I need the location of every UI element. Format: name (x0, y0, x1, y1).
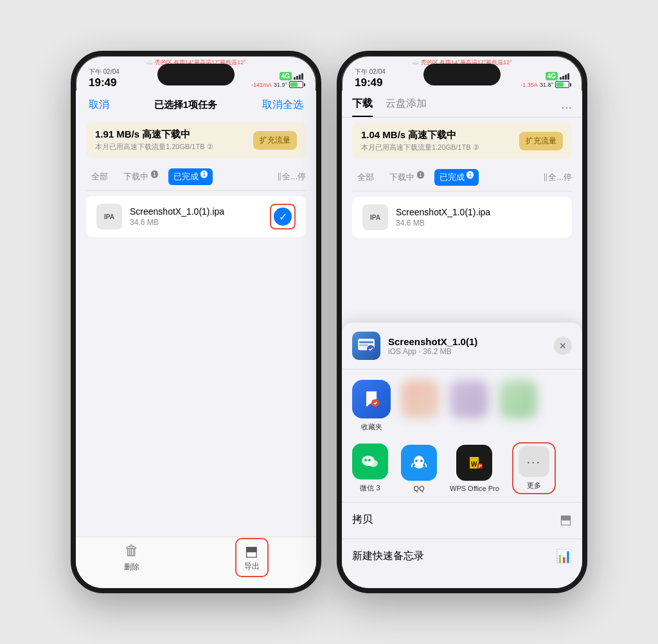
bottom-toolbar-1: 🗑 删除 ⬒ 导出 (76, 537, 316, 588)
apps-row-2: 微信 3 (342, 437, 582, 499)
app-qq-2[interactable]: QQ (401, 445, 437, 492)
toolbar-title-1: 已选择1项任务 (154, 99, 217, 111)
temp-1: 31.9° (274, 82, 287, 88)
content-2: 下载 云盘添加 ··· 1.04 MB/s 高速下载中 本月已用高速下载流量1.… (342, 91, 582, 588)
wps-icon-2: W P (456, 445, 492, 481)
svg-point-8 (369, 460, 378, 467)
charging-2: -1.35A (520, 82, 538, 88)
file-info-2: ScreenshotX_1.0(1).ipa 34.6 MB (396, 207, 562, 228)
action-memo-label-2: 新建快速备忘录 (352, 550, 424, 563)
speed-banner-1: 1.91 MB/s 高速下载中 本月已用高速下载流量1.20GB/1TB ② 扩… (86, 122, 306, 158)
delete-icon-1: 🗑 (125, 542, 139, 559)
more-label-2: 更多 (527, 481, 541, 490)
copy-icon-2: ⬒ (560, 512, 572, 527)
phone-2: 下午 02/04 19:49 ☁️ 秃的区 有雨14°最高温17°最低温12° … (337, 51, 587, 593)
share-icons-row-2: 收藏夹 (342, 370, 582, 437)
signal-badge-1: 4G (280, 72, 292, 80)
share-icon-blurred3-2[interactable] (499, 380, 537, 432)
checkbox-1[interactable]: ✓ (270, 204, 296, 229)
share-sheet-2: ScreenshotX_1.0(1) iOS App · 36.2 MB ✕ (342, 323, 582, 588)
qq-icon-2 (401, 445, 437, 481)
tab-download-2[interactable]: 下载 (352, 97, 373, 117)
tab-downloading-2[interactable]: 下载中 1 (384, 169, 429, 186)
share-icon-blurred2-2[interactable] (450, 380, 488, 432)
tab-cloud-2[interactable]: 云盘添加 (386, 97, 427, 117)
svg-rect-2 (359, 344, 368, 346)
charging-1: -141mA (251, 82, 272, 88)
qq-label-2: QQ (413, 485, 424, 492)
share-close-btn-2[interactable]: ✕ (554, 337, 572, 355)
content-1: 取消 已选择1项任务 取消全选 1.91 MB/s 高速下载中 本月已用高速下载… (76, 91, 316, 588)
delete-btn-1[interactable]: 🗑 删除 (124, 542, 139, 573)
expand-btn-1[interactable]: 扩充流量 (253, 131, 297, 150)
share-icon-blurred1-2[interactable] (401, 380, 440, 432)
file-size-2: 34.6 MB (396, 219, 562, 228)
app-wechat-2[interactable]: 微信 3 (352, 443, 388, 493)
file-item-1[interactable]: IPA ScreenshotX_1.0(1).ipa 34.6 MB ✓ (86, 196, 306, 237)
export-icon-1: ⬒ (245, 543, 258, 560)
signal-badge-2: 4G (546, 72, 558, 80)
wechat-icon-2 (352, 443, 388, 479)
status-date-1: 下午 02/04 (89, 67, 120, 76)
share-icon-bookmarks-2[interactable]: 收藏夹 (352, 380, 391, 432)
svg-rect-1 (359, 341, 373, 343)
share-app-name-2: ScreenshotX_1.0(1) (388, 336, 546, 347)
tab-all-2[interactable]: 全部 (352, 169, 379, 186)
file-item-2[interactable]: IPA ScreenshotX_1.0(1).ipa 34.6 MB (352, 197, 572, 238)
status-time-2: 19:49 (355, 77, 382, 88)
svg-point-10 (415, 460, 418, 462)
temp-2: 31.8° (540, 82, 553, 88)
filter-right-1[interactable]: ‖全...停 (277, 171, 306, 183)
file-icon-2: IPA (362, 204, 388, 230)
dynamic-island-1 (157, 64, 235, 85)
svg-point-6 (364, 459, 367, 461)
status-left-2: 下午 02/04 19:49 (355, 67, 386, 88)
wechat-label-2: 微信 3 (360, 483, 380, 493)
blurred-icon-2-2 (450, 380, 488, 418)
svg-text:P: P (479, 463, 483, 469)
expand-btn-2[interactable]: 扩充流量 (519, 132, 563, 150)
share-app-icon-2 (352, 332, 380, 360)
divider-1 (86, 190, 306, 191)
tab-all-1[interactable]: 全部 (86, 168, 113, 185)
blurred-icon-3-2 (499, 380, 537, 418)
file-name-2: ScreenshotX_1.0(1).ipa (396, 207, 562, 217)
tab-completed-1[interactable]: 已完成 1 (168, 168, 213, 185)
svg-point-11 (420, 460, 423, 462)
status-time-1: 19:49 (89, 77, 116, 88)
app-wps-2[interactable]: W P WPS Office Pro (450, 445, 499, 492)
file-icon-1: IPA (96, 204, 122, 229)
speed-sub-1: 本月已用高速下载流量1.20GB/1TB ② (95, 142, 213, 152)
file-info-1: ScreenshotX_1.0(1).ipa 34.6 MB (130, 206, 262, 227)
share-header-2: ScreenshotX_1.0(1) iOS App · 36.2 MB ✕ (342, 323, 582, 370)
wps-label-2: WPS Office Pro (450, 485, 499, 492)
share-app-sub-2: iOS App · 36.2 MB (388, 347, 546, 356)
speed-text-1: 1.91 MB/s 高速下载中 (95, 129, 213, 141)
action-copy-2[interactable]: 拷贝 ⬒ (342, 502, 582, 536)
cancel-all-btn-1[interactable]: 取消全选 (262, 98, 303, 112)
filter-right-2[interactable]: ‖全...停 (543, 172, 572, 183)
tab-completed-2[interactable]: 已完成 1 (434, 169, 479, 186)
checkmark-1: ✓ (274, 208, 292, 226)
dynamic-island-2 (423, 64, 501, 85)
action-memo-2[interactable]: 新建快速备忘录 📊 (342, 539, 582, 573)
cancel-btn-1[interactable]: 取消 (89, 98, 109, 112)
file-size-1: 34.6 MB (130, 218, 262, 227)
action-copy-label-2: 拷贝 (352, 513, 373, 526)
status-right-1: 4G -141mA 31.9° (251, 72, 303, 88)
memo-icon-2: 📊 (556, 548, 572, 564)
bookmarks-label-2: 收藏夹 (361, 422, 382, 432)
phones-container: 下午 02/04 19:49 ☁️ 秃的区 有雨14°最高温17°最低温12° … (71, 51, 587, 593)
share-app-info-2: ScreenshotX_1.0(1) iOS App · 36.2 MB (388, 336, 546, 356)
speed-sub-2: 本月已用高速下载流量1.20GB/1TB ② (361, 143, 479, 152)
filter-tabs-2: 全部 下载中 1 已完成 1 ‖全...停 (342, 164, 582, 191)
export-btn-1[interactable]: ⬒ 导出 (235, 538, 269, 577)
nav-more-2[interactable]: ··· (561, 100, 572, 114)
app-more-2[interactable]: ··· 更多 (512, 442, 556, 494)
blurred-icon-1-2 (401, 380, 440, 418)
more-dots-icon-2: ··· (519, 446, 549, 477)
phone-1: 下午 02/04 19:49 ☁️ 秃的区 有雨14°最高温17°最低温12° … (71, 51, 321, 593)
tab-downloading-1[interactable]: 下载中 1 (118, 168, 163, 185)
divider-2 (352, 191, 572, 192)
status-date-2: 下午 02/04 (355, 67, 386, 76)
